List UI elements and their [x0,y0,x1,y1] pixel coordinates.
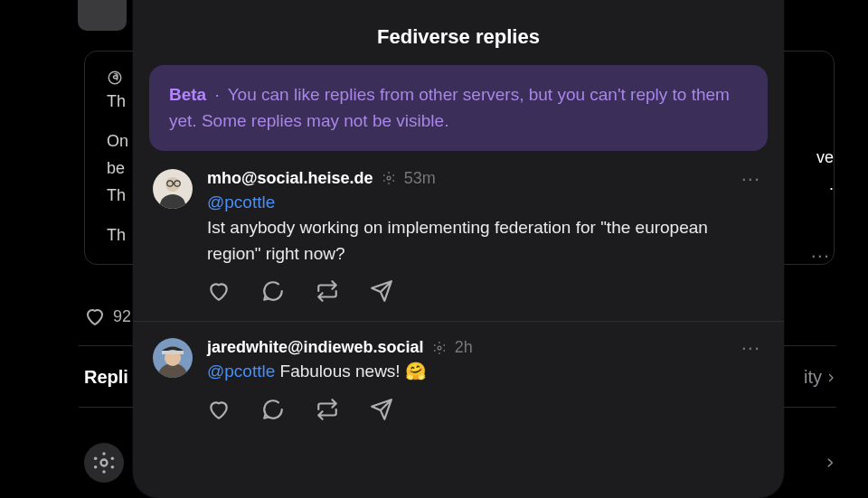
fediverse-replies-modal: Fediverse replies Beta · You can like re… [133,0,784,498]
svg-point-13 [387,177,391,181]
svg-point-27 [443,350,445,352]
svg-point-26 [443,344,445,346]
reply-body: @pcottle Ist anybody working on implemen… [207,190,764,268]
svg-point-6 [94,465,98,469]
mention-link[interactable]: @pcottle [207,193,275,211]
chevron-right-icon[interactable] [824,456,836,469]
beta-text: You can like replies from other servers,… [169,85,730,130]
modal-title: Fediverse replies [133,0,784,65]
reply-action-row [207,279,764,303]
reply-header: mho@social.heise.de 53m ··· [207,169,764,188]
chevron-right-icon [826,372,836,383]
fediverse-avatar-icon[interactable] [84,443,124,483]
repost-button[interactable] [316,398,339,421]
reply-more-button[interactable]: ··· [738,170,764,187]
heart-icon[interactable] [84,305,106,327]
avatar[interactable] [153,338,193,378]
mention-link[interactable]: @pcottle [207,362,275,381]
reply-text: Ist anybody working on implementing fede… [207,215,764,267]
svg-point-29 [433,350,435,352]
svg-point-16 [392,180,394,182]
threads-icon [107,70,123,86]
activity-label-suffix: ity [804,367,822,388]
svg-point-17 [388,183,390,184]
avatar[interactable] [153,169,193,209]
svg-rect-23 [162,351,184,354]
bg-more-button[interactable]: ··· [811,244,830,268]
fediverse-badge-icon [431,340,448,356]
svg-point-2 [102,452,106,456]
svg-point-25 [439,342,440,343]
bg-post-right-text: ve . [816,145,834,198]
svg-point-1 [101,460,108,466]
beta-label: Beta [169,85,206,104]
replies-tab-label[interactable]: Repli [84,367,128,388]
bg-text-line: . [816,172,834,199]
reply-button[interactable] [261,398,285,421]
share-button[interactable] [370,398,393,421]
bg-like-count: 92 [113,307,131,326]
user-handle[interactable]: mho@social.heise.de [207,169,373,188]
repost-button[interactable] [316,279,339,303]
svg-point-5 [102,470,106,474]
reply-text: Fabulous news! 🤗 [280,362,427,381]
beta-separator: · [214,85,219,104]
like-button[interactable] [207,279,231,303]
reply-body: @pcottle Fabulous news! 🤗 [207,359,764,385]
svg-point-3 [111,457,115,461]
reply-timestamp: 53m [404,169,436,188]
svg-point-4 [111,465,115,469]
svg-point-28 [439,352,440,354]
bg-text-line: ve [816,145,834,172]
svg-point-18 [382,180,384,182]
svg-point-7 [94,457,98,461]
like-button[interactable] [207,398,231,421]
svg-point-30 [433,344,435,346]
reply-item: jaredwhite@indieweb.social 2h ··· @pcott… [133,322,784,427]
user-handle[interactable]: jaredwhite@indieweb.social [207,338,424,357]
reply-button[interactable] [261,279,285,303]
reply-more-button[interactable]: ··· [738,339,764,356]
replies-list: mho@social.heise.de 53m ··· @pcottle Ist… [133,169,784,498]
svg-point-15 [392,174,394,176]
reply-item: mho@social.heise.de 53m ··· @pcottle Ist… [133,169,784,323]
svg-point-19 [382,174,384,176]
bg-card-fragment [78,0,127,31]
reply-header: jaredwhite@indieweb.social 2h ··· [207,338,764,357]
svg-point-14 [388,172,390,174]
fediverse-badge-icon [381,170,397,186]
beta-banner: Beta · You can like replies from other s… [149,65,768,151]
share-button[interactable] [370,279,393,303]
reply-action-row [207,398,764,421]
bg-like-row: 92 [84,305,131,327]
activity-link[interactable]: ity [804,367,836,388]
reply-timestamp: 2h [455,338,473,357]
svg-point-24 [438,346,441,350]
